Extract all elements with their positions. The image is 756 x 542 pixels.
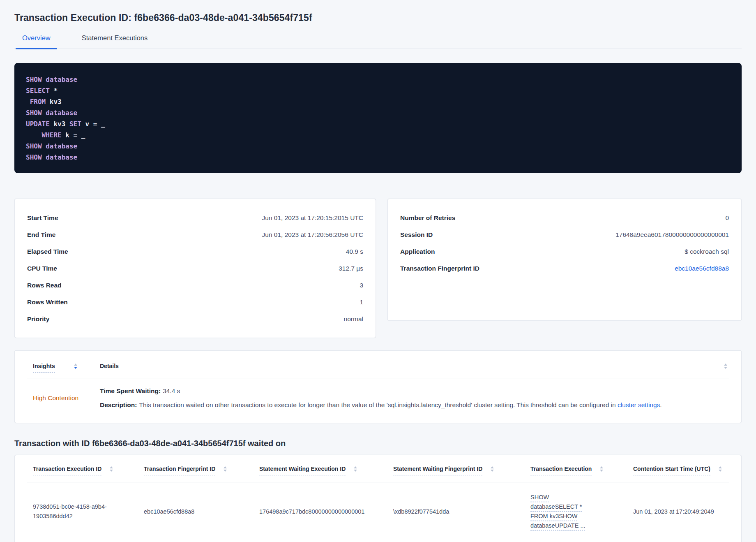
column-header-transaction-fingerprint-id[interactable]: Transaction Fingerprint ID	[138, 465, 254, 482]
column-header-transaction-execution-id[interactable]: Transaction Execution ID	[27, 465, 138, 482]
cell-transaction-execution: SHOW databaseSELECT * FROM kv3SHOW datab…	[525, 493, 627, 530]
sql-line: WHERE k = _	[26, 130, 730, 141]
summary-label: CPU Time	[27, 265, 57, 272]
tab-overview[interactable]: Overview	[16, 34, 57, 49]
sort-icon[interactable]	[224, 466, 227, 472]
sql-line: FROM kv3	[26, 96, 730, 107]
waited-on-table-header: Transaction Execution ID Transaction Fin…	[27, 465, 729, 482]
sql-statements-box: SHOW database SELECT * FROM kv3 SHOW dat…	[14, 63, 742, 173]
summary-row: Elapsed Time 40.9 s	[27, 243, 363, 260]
cell-transaction-execution-id: 9738d051-bc0e-4158-a9b4-1903586ddd42	[27, 502, 138, 521]
start-time-value: Jun 01, 2023 at 17:20:15:2015 UTC	[262, 214, 363, 222]
summary-label: End Time	[27, 231, 55, 239]
summary-label: Start Time	[27, 214, 58, 222]
summary-row: Number of Retries 0	[400, 209, 729, 226]
insights-column-label[interactable]: Insights	[33, 362, 55, 373]
summary-row: End Time Jun 01, 2023 at 17:20:56:2056 U…	[27, 226, 363, 243]
sql-line: SHOW database	[26, 107, 730, 118]
execution-summary-card: Start Time Jun 01, 2023 at 17:20:15:2015…	[14, 199, 376, 338]
time-spent-waiting-label: Time Spent Waiting:	[100, 387, 161, 394]
summary-label: Elapsed Time	[27, 248, 68, 255]
insights-column-header[interactable]: Insights	[27, 362, 100, 373]
column-header-transaction-execution[interactable]: Transaction Execution	[525, 465, 627, 482]
sort-icon[interactable]	[719, 466, 722, 472]
summary-row: Application $ cockroach sql	[400, 243, 729, 260]
cpu-time-value: 312.7 µs	[339, 265, 363, 272]
summary-row: Session ID 17648a9eea6017800000000000000…	[400, 226, 729, 243]
summary-label: Number of Retries	[400, 214, 455, 222]
summary-label: Application	[400, 248, 435, 255]
transaction-execution-page: Transaction Execution ID: f6be6366-da03-…	[0, 0, 756, 542]
sql-line: SELECT *	[26, 85, 730, 96]
sort-icon[interactable]	[74, 364, 77, 369]
transaction-fingerprint-link[interactable]: ebc10ae56cfd88a8	[675, 265, 729, 272]
waited-on-table-card: Transaction Execution ID Transaction Fin…	[14, 455, 742, 542]
sql-line: SHOW database	[26, 74, 730, 85]
summary-row: Transaction Fingerprint ID ebc10ae56cfd8…	[400, 260, 729, 277]
sql-line: UPDATE kv3 SET v = _	[26, 118, 730, 130]
summary-row: Priority normal	[27, 310, 363, 327]
description-text: This transaction waited on other transac…	[139, 401, 618, 408]
summary-row: CPU Time 312.7 µs	[27, 260, 363, 277]
column-header-statement-waiting-execution-id[interactable]: Statement Waiting Execution ID	[254, 465, 387, 482]
table-row: 9738d051-bc0e-4158-a9b4-1903586ddd42 ebc…	[27, 482, 729, 541]
summary-row: Rows Written 1	[27, 294, 363, 310]
sort-icon[interactable]	[110, 466, 113, 472]
cell-statement-waiting-fingerprint-id: \xdb8922f077541dda	[387, 507, 525, 517]
insight-description: Description:This transaction waited on o…	[100, 401, 662, 410]
sort-icon[interactable]	[600, 466, 603, 472]
cell-statement-waiting-execution-id: 176498a9c717bdc80000000000000001	[254, 507, 387, 517]
sort-icon[interactable]	[491, 466, 494, 472]
column-header-contention-start-time[interactable]: Contention Start Time (UTC)	[627, 465, 729, 482]
rows-read-value: 3	[360, 282, 363, 289]
summary-label: Transaction Fingerprint ID	[400, 265, 479, 272]
summary-row: Start Time Jun 01, 2023 at 17:20:15:2015…	[27, 209, 363, 226]
tab-bar: Overview Statement Executions	[14, 34, 742, 49]
high-contention-badge: High Contention	[33, 394, 78, 402]
time-spent-waiting: Time Spent Waiting:34.4 s	[100, 387, 662, 396]
waited-on-heading: Transaction with ID f6be6366-da03-48de-a…	[14, 439, 742, 448]
cell-transaction-fingerprint-id: ebc10ae56cfd88a8	[138, 507, 254, 517]
details-column-label[interactable]: Details	[100, 363, 119, 372]
tab-statement-executions[interactable]: Statement Executions	[75, 34, 154, 49]
summary-label: Session ID	[400, 231, 433, 239]
end-time-value: Jun 01, 2023 at 17:20:56:2056 UTC	[262, 231, 363, 239]
priority-value: normal	[344, 315, 363, 323]
insight-details-cell: Time Spent Waiting:34.4 s Description:Th…	[100, 387, 662, 410]
application-value: $ cockroach sql	[685, 248, 729, 255]
page-title: Transaction Execution ID: f6be6366-da03-…	[14, 12, 742, 23]
retries-value: 0	[725, 214, 729, 222]
column-header-statement-waiting-fingerprint-id[interactable]: Statement Waiting Fingerprint ID	[387, 465, 525, 482]
sort-icon[interactable]	[354, 466, 357, 472]
summary-cards-row: Start Time Jun 01, 2023 at 17:20:15:2015…	[14, 199, 742, 338]
insights-card: Insights Details High Contention Time Sp…	[14, 350, 742, 423]
elapsed-time-value: 40.9 s	[346, 248, 363, 255]
time-spent-waiting-value: 34.4 s	[163, 387, 180, 394]
rows-written-value: 1	[360, 299, 363, 306]
insight-type-cell: High Contention	[27, 387, 100, 410]
sql-line: SHOW database	[26, 141, 730, 152]
transaction-execution-link[interactable]: SHOW databaseSELECT * FROM kv3SHOW datab…	[530, 494, 585, 529]
description-period: .	[660, 401, 662, 408]
sort-icon[interactable]	[724, 364, 727, 369]
summary-row: Rows Read 3	[27, 277, 363, 294]
summary-label: Rows Read	[27, 282, 62, 289]
insights-table-header: Insights Details	[27, 362, 729, 378]
sql-line: SHOW database	[26, 152, 730, 163]
insight-row: High Contention Time Spent Waiting:34.4 …	[27, 378, 729, 411]
session-summary-card: Number of Retries 0 Session ID 17648a9ee…	[387, 199, 742, 321]
cluster-settings-link[interactable]: cluster settings	[618, 401, 660, 408]
description-label: Description:	[100, 401, 137, 408]
session-id-value: 17648a9eea6017800000000000000001	[615, 231, 729, 239]
cell-contention-start-time: Jun 01, 2023 at 17:20:49:2049	[627, 507, 729, 517]
summary-label: Rows Written	[27, 299, 68, 306]
details-column-header[interactable]: Details	[100, 362, 119, 370]
summary-label: Priority	[27, 315, 49, 323]
